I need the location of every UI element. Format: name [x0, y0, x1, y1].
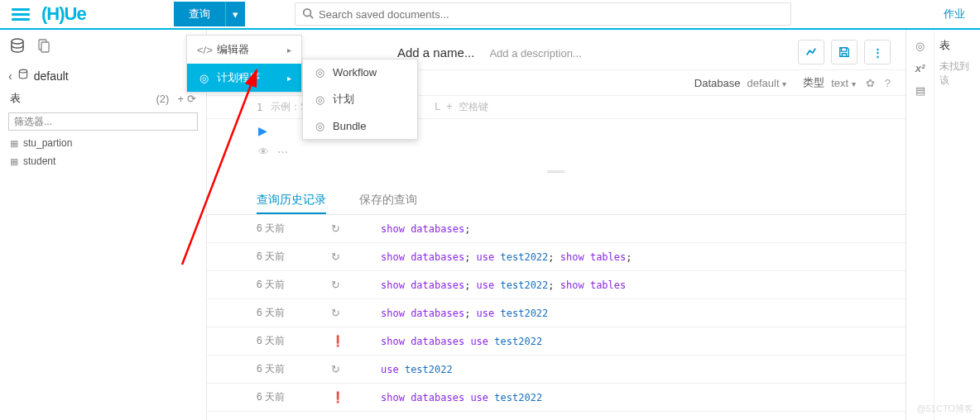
add-table-icon[interactable]: +: [177, 93, 184, 105]
history-status-icon: ❗: [331, 391, 381, 403]
history-sql: use test2022: [381, 364, 453, 375]
query-button[interactable]: 查询: [174, 2, 225, 26]
history-row[interactable]: 6 天前↻show databases; use test2022; show …: [207, 271, 906, 299]
database-name: default: [34, 69, 69, 83]
watermark: @51CTO博客: [917, 403, 973, 415]
tables-count: (2): [156, 93, 170, 105]
hamburger-menu[interactable]: [8, 5, 33, 24]
history-row[interactable]: 6 天前↻use test2022: [207, 356, 906, 384]
functions-icon[interactable]: x²: [915, 62, 925, 74]
database-stack-icon: [17, 69, 29, 83]
editor-hint-suffix: L + 空格键: [435, 100, 488, 114]
grid-icon: ▦: [10, 138, 18, 149]
menu-item-plan[interactable]: ◎ 计划: [303, 85, 417, 113]
table-name: stu_partion: [23, 137, 72, 149]
history-sql: show databases;: [381, 223, 470, 235]
workflow-icon: ◎: [313, 66, 326, 79]
right-panel-header: 表: [939, 38, 975, 53]
svg-rect-5: [41, 42, 49, 52]
left-sidebar: ‹ default 表 (2) + ⟳ ▦stu_partion▦student: [0, 30, 207, 420]
table-name: student: [23, 155, 55, 167]
database-breadcrumb[interactable]: ‹ default: [0, 64, 206, 88]
history-sql: show databases; use test2022: [381, 308, 548, 319]
assist-icon[interactable]: ◎: [915, 40, 925, 52]
history-status-icon: ↻: [331, 363, 381, 375]
svg-text:(H)Ue: (H)Ue: [41, 3, 86, 24]
table-item[interactable]: ▦stu_partion: [0, 134, 206, 152]
history-row[interactable]: 6 天前❗show databases use test2022: [207, 327, 906, 356]
scheduler-submenu: ◎ Workflow ◎ 计划 ◎ Bundle: [302, 59, 418, 140]
history-status-icon: ↻: [331, 222, 381, 235]
history-row[interactable]: 6 天前↻show databases; use test2022; show …: [207, 243, 906, 271]
code-icon: </>: [197, 44, 210, 56]
more-button[interactable]: ⋮: [864, 40, 891, 64]
svg-line-2: [310, 15, 314, 18]
hue-logo: (H)Ue: [41, 3, 116, 25]
search-icon: [302, 7, 314, 21]
table-item[interactable]: ▦student: [0, 152, 206, 170]
type-label: 类型: [803, 75, 824, 90]
menu-item-workflow[interactable]: ◎ Workflow: [303, 60, 417, 85]
menu-item-editor[interactable]: </> 编辑器 ▸: [187, 36, 301, 64]
refresh-tables-icon[interactable]: ⟳: [187, 93, 196, 105]
type-value[interactable]: text ▾: [831, 77, 856, 89]
history-time: 6 天前: [257, 250, 331, 264]
chart-button[interactable]: [798, 40, 824, 64]
tab-saved[interactable]: 保存的查询: [359, 188, 417, 214]
history-time: 6 天前: [257, 390, 331, 404]
search-box[interactable]: [295, 2, 791, 26]
history-row[interactable]: 6 天前❗show databases use test2022: [207, 384, 906, 412]
history-time: 6 天前: [257, 362, 331, 376]
scheduler-icon: ◎: [197, 72, 210, 84]
history-status-icon: ↻: [331, 251, 381, 263]
query-button-group: 查询 ▾: [174, 2, 245, 26]
back-caret-icon: ‹: [8, 69, 12, 83]
menu-item-scheduler[interactable]: ◎ 计划程序 ▸: [187, 64, 301, 92]
run-button[interactable]: ▶: [258, 124, 267, 137]
history-time: 6 天前: [257, 222, 331, 236]
chevron-right-icon: ▸: [287, 45, 291, 55]
bundle-icon: ◎: [313, 120, 326, 132]
history-time: 6 天前: [257, 334, 331, 348]
notebook-description-input[interactable]: Add a description...: [489, 47, 581, 60]
chevron-right-icon: ▸: [287, 74, 291, 83]
documents-icon[interactable]: [36, 38, 51, 55]
query-dropdown-caret[interactable]: ▾: [225, 2, 245, 26]
database-label: Database: [694, 77, 741, 89]
history-sql: show databases; use test2022; show table…: [381, 279, 626, 291]
jobs-link[interactable]: 作业: [937, 7, 972, 21]
lang-ref-icon[interactable]: ▤: [915, 84, 925, 97]
right-panel-empty: 未找到该: [939, 60, 975, 88]
line-number: 1: [257, 102, 262, 113]
database-value[interactable]: default ▾: [747, 77, 787, 89]
tables-header: 表 (2) + ⟳: [0, 88, 206, 109]
history-list: 6 天前↻show databases;6 天前↻show databases;…: [207, 215, 906, 412]
plan-icon: ◎: [313, 93, 326, 106]
history-status-icon: ↻: [331, 307, 381, 319]
history-row[interactable]: 6 天前↻show databases; use test2022: [207, 299, 906, 327]
more-dots-icon[interactable]: ⋯: [277, 146, 288, 158]
gear-icon[interactable]: ✿: [866, 77, 875, 89]
database-icon[interactable]: [10, 38, 25, 55]
tab-history[interactable]: 查询历史记录: [257, 188, 326, 214]
search-input[interactable]: [319, 8, 784, 21]
history-sql: show databases use test2022: [381, 336, 542, 347]
save-button[interactable]: [831, 40, 858, 64]
tables-label: 表: [10, 91, 21, 106]
history-sql: show databases use test2022: [381, 392, 542, 403]
result-tabs: 查询历史记录 保存的查询: [207, 179, 906, 215]
drag-handle[interactable]: ═══: [207, 163, 906, 179]
help-icon[interactable]: ?: [885, 77, 891, 89]
history-status-icon: ↻: [331, 279, 381, 291]
notebook-name-input[interactable]: Add a name...: [397, 45, 474, 60]
history-row[interactable]: 6 天前↻show databases;: [207, 215, 906, 243]
history-sql: show databases; use test2022; show table…: [381, 251, 632, 263]
svg-point-1: [304, 8, 311, 16]
topbar: (H)Ue 查询 ▾ 作业: [0, 0, 980, 30]
filter-input[interactable]: [8, 112, 198, 131]
svg-point-6: [19, 69, 26, 73]
eye-icon[interactable]: 👁: [258, 146, 269, 158]
history-time: 6 天前: [257, 306, 331, 320]
menu-item-bundle[interactable]: ◎ Bundle: [303, 113, 417, 139]
svg-point-3: [12, 39, 23, 44]
